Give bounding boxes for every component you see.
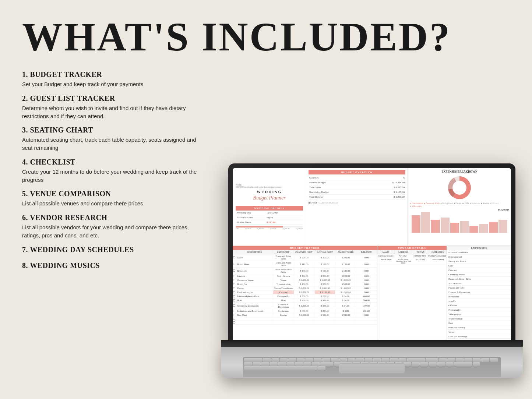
expenses-title: EXPENSES BREAKDOWN — [410, 170, 509, 173]
tracker-row-6: Bridal Car Transportation $ 100.00 $ 500… — [233, 282, 377, 286]
details-row-2: Groom's Name Bryan — [236, 215, 303, 220]
spreadsheet-top: NOTE:DO NOT edit highlighted cells that … — [233, 168, 511, 246]
feature-2-desc: Determine whom you wish to invite and fi… — [22, 104, 206, 120]
detail-label-2: Groom's Name — [236, 215, 265, 220]
details-header: WEDDING DETAILS — [236, 206, 303, 211]
expense-row-9: Favors and Gifts — [447, 286, 511, 290]
budget-row-4: Total Balance $ 1,960.00 — [309, 195, 405, 200]
right-panel: NOTE:DO NOT edit highlighted cells that … — [221, 70, 523, 392]
tracker-row-11: Ceremony decorations Flowers & Decoratio… — [233, 303, 377, 309]
vendor-col-headers: NAME ADDRESS PHONE CATEGORY — [377, 250, 447, 254]
legend: ● Entertainment ● Ceremony Music ● Ball … — [410, 202, 509, 207]
left-panel: 1. BUDGET TRACKER Set your Budget and ke… — [22, 70, 206, 392]
details-row-1: Wedding Day 12/31/2024 — [236, 211, 303, 215]
expense-row-6: Ceremony Music — [447, 272, 511, 277]
vendor-section: VENDOR DETAILS NAME ADDRESS PHONE CATEGO… — [377, 246, 447, 341]
page-wrapper: WHAT'S INCLUDED? 1. BUDGET TRACKER Set y… — [0, 0, 532, 399]
detail-label-1: Wedding Day — [236, 211, 265, 215]
tracker-row-empty-2 — [233, 321, 377, 325]
tracker-row-12: Invitations and Reply cards Invitations … — [233, 309, 377, 313]
tracker-row-8: Food and service Catering $ 1,000.00 $ 1… — [233, 290, 377, 294]
laptop-screen-content: NOTE:DO NOT edit highlighted cells that … — [233, 168, 511, 341]
tracker-row-5: Ceremony Venue Venue $ 1,000.00 $ 1,000.… — [233, 278, 377, 282]
tracker-row-13: Bow Ring Jewelry $ 1,000.00 $ 900.00 $ 9… — [233, 313, 377, 317]
expense-row-14: Photography — [447, 308, 511, 312]
tracker-row-9: Prints and photo album Photography $ 700… — [233, 294, 377, 299]
budget-row-0: Currency $ — [309, 176, 405, 180]
feature-4-desc: Create your 12 months to do before your … — [22, 168, 206, 184]
feature-4-heading: 4. CHECKLIST — [22, 158, 206, 166]
tracker-row-4: Lingerie Suit - Groom $ 200.00 $ 200.00 … — [233, 274, 377, 278]
expense-row-8: Suit - Groom — [447, 281, 511, 286]
checkbox-1 — [233, 256, 236, 259]
expense-row-13: Officiant — [447, 303, 511, 308]
feature-6: 6. VENDOR RESEARCH List all possible ven… — [22, 213, 206, 240]
expense-row-19: Venue — [447, 330, 511, 334]
feature-6-heading: 6. VENDOR RESEARCH — [22, 213, 206, 222]
feature-1: 1. BUDGET TRACKER Set your Budget and ke… — [22, 70, 206, 88]
budget-row-2: Total Spent $ 9,215.00 — [309, 185, 405, 190]
tracker-row-7: Planner Planner/Coordinator $ 1,000.00 $… — [233, 286, 377, 290]
tracker-row-2: Bridal Shoes Dress and Attire Bride $ 11… — [233, 261, 377, 268]
feature-8-heading: 8. WEDDING MUSICS — [22, 261, 206, 270]
feature-2: 2. GUEST LIST TRACKER Determine whom you… — [22, 94, 206, 120]
feature-3-desc: Automated seating chart, track each tabl… — [22, 136, 206, 152]
feature-3: 3. SEATING CHART Automated seating chart… — [22, 126, 206, 152]
laptop-hinge — [221, 340, 523, 347]
details-row-3: Bride's Name 9,215.00 — [236, 220, 303, 225]
expense-row-2: Entertainment — [447, 255, 511, 259]
laptop-bottom — [221, 347, 523, 378]
sheet-left-header: NOTE:DO NOT edit highlighted cells that … — [233, 168, 306, 246]
laptop-base — [221, 340, 523, 392]
expense-row-5: Catering — [447, 268, 511, 272]
page-title: WHAT'S INCLUDED? — [22, 15, 510, 59]
expense-row-10: Flowers & Decoration — [447, 290, 511, 294]
sheet-center: BUDGET OVERVIEW Currency $ Planned Budge… — [306, 168, 408, 246]
detail-value-1: 12/31/2024 — [265, 211, 303, 215]
tracker-row-3: Bridal slip Dress and Attire - Bride $ 1… — [233, 268, 377, 274]
donut-chart — [447, 175, 472, 201]
budget-row-3: Remaining Budget $ 1,135.00 — [309, 190, 405, 195]
tracker-rows: Gown Dress and Attire Bride $ 200.00 $ 2… — [233, 254, 377, 325]
spent-indicator: ■ SPENT □ LEFT IN BUDGET — [309, 202, 405, 204]
expenses-header: EXPENSES — [447, 246, 511, 250]
expense-row-20: Food and Beverage — [447, 334, 511, 339]
expense-row-11: Invitations — [447, 294, 511, 299]
expense-row-17: Host — [447, 321, 511, 325]
tracker-row-empty-1 — [233, 317, 377, 321]
feature-7-heading: 7. WEDDING DAY SCHEDULES — [22, 246, 206, 254]
feature-1-heading: 1. BUDGET TRACKER — [22, 70, 206, 79]
feature-4: 4. CHECKLIST Create your 12 months to do… — [22, 158, 206, 184]
feature-8: 8. WEDDING MUSICS — [22, 261, 206, 271]
content-area: 1. BUDGET TRACKER Set your Budget and ke… — [22, 70, 510, 392]
feature-1-desc: Set your Budget and keep track of your p… — [22, 80, 206, 88]
feature-6-desc: List all possible vendors for your weddi… — [22, 223, 206, 240]
laptop-mockup: NOTE:DO NOT edit highlighted cells that … — [221, 163, 523, 392]
feature-5-heading: 5. VENUE COMPARISON — [22, 190, 206, 198]
tracker-col-headers: DESCRIPTION CATEGORY PLANNED COST ACTUAL… — [233, 250, 377, 254]
laptop-screen-bezel: NOTE:DO NOT edit highlighted cells that … — [233, 168, 511, 341]
vendor-row-1: Trantow, Schiller Apt. 382 (160)632-9078… — [377, 254, 447, 258]
expense-row-3: Beauty and Health — [447, 259, 511, 264]
scale-bar: 0.002,500.005,000.007,500.0010,000.0012,… — [236, 226, 303, 230]
expense-row-4: Cake — [447, 264, 511, 268]
tracker-row-1: Gown Dress and Attire Bride $ 200.00 $ 2… — [233, 254, 377, 261]
tracker-header: BUDGET TRACKER — [233, 246, 377, 250]
wedding-logo: WEDDING Budget Planner — [253, 190, 285, 201]
wedding-details-section: WEDDING DETAILS Wedding Day 12/31/2024 G… — [236, 206, 303, 225]
spreadsheet-bottom: BUDGET TRACKER DESCRIPTION CATEGORY PLAN… — [233, 246, 511, 341]
expense-row-12: Jewelry — [447, 299, 511, 303]
laptop-trackpad — [339, 363, 405, 374]
budget-row-1: Planned Budget $ 10,350.00 — [309, 180, 405, 185]
expense-row-15: Videography — [447, 312, 511, 317]
bar-chart — [410, 211, 509, 233]
note-text: NOTE:DO NOT edit highlighted cells that … — [236, 184, 303, 188]
feature-5-desc: List all possible venues and compare the… — [22, 200, 206, 208]
expense-row-16: Transportation — [447, 317, 511, 321]
tracker-row-10: Host Host $ 900.00 $ 900.00 $ 34.00 $64.… — [233, 299, 377, 303]
feature-7: 7. WEDDING DAY SCHEDULES — [22, 246, 206, 255]
budget-overview-bar: BUDGET OVERVIEW — [309, 170, 405, 174]
expenses-section: EXPENSES Planner/Coordinator Entertainme… — [447, 246, 511, 341]
expense-row-1: Planner/Coordinator — [447, 250, 511, 255]
wedding-logo-text: WEDDING — [253, 190, 285, 194]
